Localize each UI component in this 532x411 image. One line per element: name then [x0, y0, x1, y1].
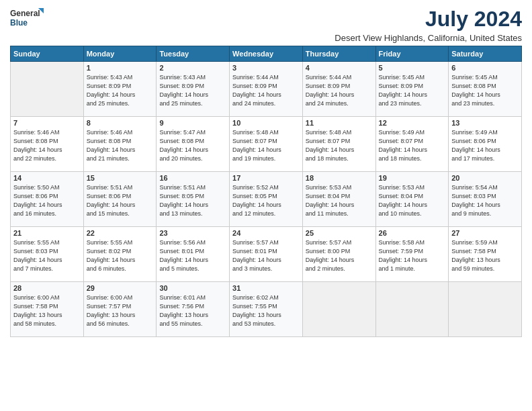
day-number: 20 [451, 174, 519, 182]
day-number: 1 [87, 64, 154, 72]
calendar-cell [375, 282, 449, 337]
header: General Blue July 2024 Desert View Highl… [10, 7, 522, 43]
weekday-header-tuesday: Tuesday [157, 46, 230, 62]
day-number: 26 [379, 229, 446, 237]
weekday-header-sunday: Sunday [11, 46, 84, 62]
month-title: July 2024 [335, 7, 522, 32]
calendar-body: 1Sunrise: 5:43 AM Sunset: 8:09 PM Daylig… [11, 62, 522, 337]
calendar-cell: 6Sunrise: 5:45 AM Sunset: 8:08 PM Daylig… [449, 62, 522, 117]
calendar-cell: 21Sunrise: 5:55 AM Sunset: 8:03 PM Dayli… [11, 227, 84, 282]
day-info: Sunrise: 5:44 AM Sunset: 8:09 PM Dayligh… [306, 73, 373, 108]
calendar-cell: 31Sunrise: 6:02 AM Sunset: 7:55 PM Dayli… [230, 282, 303, 337]
day-number: 18 [306, 174, 373, 182]
day-info: Sunrise: 5:51 AM Sunset: 8:06 PM Dayligh… [87, 183, 154, 218]
day-info: Sunrise: 6:00 AM Sunset: 7:58 PM Dayligh… [13, 293, 81, 328]
day-number: 21 [13, 229, 81, 237]
week-row-0: 1Sunrise: 5:43 AM Sunset: 8:09 PM Daylig… [11, 62, 522, 117]
day-number: 29 [87, 284, 154, 292]
day-number: 2 [159, 64, 226, 72]
day-number: 10 [232, 119, 300, 127]
calendar-cell: 15Sunrise: 5:51 AM Sunset: 8:06 PM Dayli… [83, 172, 157, 227]
calendar-cell: 26Sunrise: 5:58 AM Sunset: 7:59 PM Dayli… [375, 227, 449, 282]
day-info: Sunrise: 6:02 AM Sunset: 7:55 PM Dayligh… [232, 293, 300, 328]
svg-text:General: General [10, 9, 40, 18]
day-number: 15 [87, 174, 154, 182]
day-info: Sunrise: 6:00 AM Sunset: 7:57 PM Dayligh… [87, 293, 154, 328]
logo-svg: General Blue [10, 7, 44, 30]
calendar-cell: 13Sunrise: 5:49 AM Sunset: 8:06 PM Dayli… [449, 117, 522, 172]
weekday-header-thursday: Thursday [302, 46, 375, 62]
calendar-cell: 27Sunrise: 5:59 AM Sunset: 7:58 PM Dayli… [449, 227, 522, 282]
day-number: 13 [451, 119, 519, 127]
day-info: Sunrise: 5:54 AM Sunset: 8:03 PM Dayligh… [451, 183, 519, 218]
calendar-cell: 24Sunrise: 5:57 AM Sunset: 8:01 PM Dayli… [230, 227, 303, 282]
weekday-header-monday: Monday [83, 46, 157, 62]
title-section: July 2024 Desert View Highlands, Califor… [335, 7, 522, 43]
day-info: Sunrise: 5:47 AM Sunset: 8:08 PM Dayligh… [159, 128, 226, 163]
day-info: Sunrise: 5:53 AM Sunset: 8:04 PM Dayligh… [306, 183, 373, 218]
day-info: Sunrise: 5:57 AM Sunset: 8:00 PM Dayligh… [306, 238, 373, 273]
day-number: 17 [232, 174, 300, 182]
weekday-header-friday: Friday [375, 46, 449, 62]
day-info: Sunrise: 5:48 AM Sunset: 8:07 PM Dayligh… [232, 128, 300, 163]
calendar-cell: 9Sunrise: 5:47 AM Sunset: 8:08 PM Daylig… [157, 117, 230, 172]
day-number: 4 [306, 64, 373, 72]
calendar-cell [11, 62, 84, 117]
calendar-cell: 8Sunrise: 5:46 AM Sunset: 8:08 PM Daylig… [83, 117, 157, 172]
calendar-cell: 1Sunrise: 5:43 AM Sunset: 8:09 PM Daylig… [83, 62, 157, 117]
day-info: Sunrise: 5:51 AM Sunset: 8:05 PM Dayligh… [159, 183, 226, 218]
day-number: 12 [379, 119, 446, 127]
week-row-3: 21Sunrise: 5:55 AM Sunset: 8:03 PM Dayli… [11, 227, 522, 282]
calendar-cell: 25Sunrise: 5:57 AM Sunset: 8:00 PM Dayli… [302, 227, 375, 282]
weekday-row: SundayMondayTuesdayWednesdayThursdayFrid… [11, 46, 522, 62]
calendar-cell: 20Sunrise: 5:54 AM Sunset: 8:03 PM Dayli… [449, 172, 522, 227]
calendar-cell: 14Sunrise: 5:50 AM Sunset: 8:06 PM Dayli… [11, 172, 84, 227]
day-info: Sunrise: 5:46 AM Sunset: 8:08 PM Dayligh… [13, 128, 81, 163]
calendar-cell: 7Sunrise: 5:46 AM Sunset: 8:08 PM Daylig… [11, 117, 84, 172]
day-info: Sunrise: 5:43 AM Sunset: 8:09 PM Dayligh… [159, 73, 226, 108]
day-number: 16 [159, 174, 226, 182]
calendar-cell: 30Sunrise: 6:01 AM Sunset: 7:56 PM Dayli… [157, 282, 230, 337]
weekday-header-saturday: Saturday [449, 46, 522, 62]
svg-text:Blue: Blue [10, 18, 28, 28]
logo: General Blue [10, 7, 44, 30]
day-number: 11 [306, 119, 373, 127]
day-number: 31 [232, 284, 300, 292]
day-info: Sunrise: 5:45 AM Sunset: 8:08 PM Dayligh… [451, 73, 519, 108]
day-number: 24 [232, 229, 300, 237]
day-number: 5 [379, 64, 446, 72]
day-info: Sunrise: 5:55 AM Sunset: 8:03 PM Dayligh… [13, 238, 81, 273]
day-info: Sunrise: 5:59 AM Sunset: 7:58 PM Dayligh… [451, 238, 519, 273]
day-info: Sunrise: 5:58 AM Sunset: 7:59 PM Dayligh… [379, 238, 446, 273]
calendar-cell: 2Sunrise: 5:43 AM Sunset: 8:09 PM Daylig… [157, 62, 230, 117]
calendar-cell: 5Sunrise: 5:45 AM Sunset: 8:09 PM Daylig… [375, 62, 449, 117]
day-info: Sunrise: 6:01 AM Sunset: 7:56 PM Dayligh… [159, 293, 226, 328]
location: Desert View Highlands, California, Unite… [335, 33, 522, 43]
day-info: Sunrise: 5:57 AM Sunset: 8:01 PM Dayligh… [232, 238, 300, 273]
calendar-cell: 19Sunrise: 5:53 AM Sunset: 8:04 PM Dayli… [375, 172, 449, 227]
day-info: Sunrise: 5:46 AM Sunset: 8:08 PM Dayligh… [87, 128, 154, 163]
day-number: 30 [159, 284, 226, 292]
page: General Blue July 2024 Desert View Highl… [0, 0, 532, 411]
day-number: 6 [451, 64, 519, 72]
day-number: 3 [232, 64, 300, 72]
calendar-cell: 28Sunrise: 6:00 AM Sunset: 7:58 PM Dayli… [11, 282, 84, 337]
calendar-cell: 11Sunrise: 5:48 AM Sunset: 8:07 PM Dayli… [302, 117, 375, 172]
calendar-cell: 29Sunrise: 6:00 AM Sunset: 7:57 PM Dayli… [83, 282, 157, 337]
day-number: 8 [87, 119, 154, 127]
calendar-cell: 18Sunrise: 5:53 AM Sunset: 8:04 PM Dayli… [302, 172, 375, 227]
calendar-cell: 23Sunrise: 5:56 AM Sunset: 8:01 PM Dayli… [157, 227, 230, 282]
day-info: Sunrise: 5:44 AM Sunset: 8:09 PM Dayligh… [232, 73, 300, 108]
day-number: 25 [306, 229, 373, 237]
day-info: Sunrise: 5:50 AM Sunset: 8:06 PM Dayligh… [13, 183, 81, 218]
day-number: 22 [87, 229, 154, 237]
day-info: Sunrise: 5:48 AM Sunset: 8:07 PM Dayligh… [306, 128, 373, 163]
day-number: 7 [13, 119, 81, 127]
day-number: 27 [451, 229, 519, 237]
calendar-cell: 16Sunrise: 5:51 AM Sunset: 8:05 PM Dayli… [157, 172, 230, 227]
calendar-cell: 3Sunrise: 5:44 AM Sunset: 8:09 PM Daylig… [230, 62, 303, 117]
day-info: Sunrise: 5:45 AM Sunset: 8:09 PM Dayligh… [379, 73, 446, 108]
day-number: 19 [379, 174, 446, 182]
calendar-cell: 10Sunrise: 5:48 AM Sunset: 8:07 PM Dayli… [230, 117, 303, 172]
calendar-cell [302, 282, 375, 337]
